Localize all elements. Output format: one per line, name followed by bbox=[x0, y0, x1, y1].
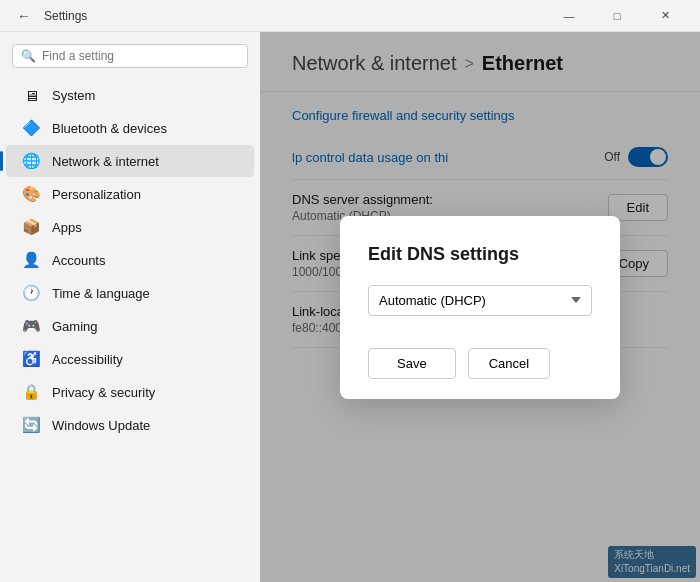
sidebar-label-privacy: Privacy & security bbox=[52, 385, 155, 400]
sidebar-item-windows-update[interactable]: 🔄 Windows Update bbox=[6, 409, 254, 441]
titlebar-left: ← Settings bbox=[12, 4, 87, 28]
modal-actions: Save Cancel bbox=[368, 348, 592, 379]
sidebar-label-bluetooth: Bluetooth & devices bbox=[52, 121, 167, 136]
titlebar-title: Settings bbox=[44, 9, 87, 23]
sidebar-label-system: System bbox=[52, 88, 95, 103]
sidebar-item-network[interactable]: 🌐 Network & internet bbox=[6, 145, 254, 177]
time-icon: 🕐 bbox=[22, 284, 40, 302]
privacy-icon: 🔒 bbox=[22, 383, 40, 401]
sidebar-label-windows-update: Windows Update bbox=[52, 418, 150, 433]
dns-mode-select[interactable]: Automatic (DHCP) Manual bbox=[368, 285, 592, 316]
gaming-icon: 🎮 bbox=[22, 317, 40, 335]
sidebar-label-accounts: Accounts bbox=[52, 253, 105, 268]
sidebar-item-time[interactable]: 🕐 Time & language bbox=[6, 277, 254, 309]
sidebar-label-time: Time & language bbox=[52, 286, 150, 301]
titlebar-controls: — □ ✕ bbox=[546, 1, 688, 31]
app-container: 🔍 🖥 System 🔷 Bluetooth & devices 🌐 Netwo… bbox=[0, 32, 700, 582]
maximize-button[interactable]: □ bbox=[594, 1, 640, 31]
save-button[interactable]: Save bbox=[368, 348, 456, 379]
sidebar-label-personalization: Personalization bbox=[52, 187, 141, 202]
edit-dns-modal: Edit DNS settings Automatic (DHCP) Manua… bbox=[340, 216, 620, 399]
sidebar-item-accessibility[interactable]: ♿ Accessibility bbox=[6, 343, 254, 375]
sidebar-label-network: Network & internet bbox=[52, 154, 159, 169]
main-content: Network & internet > Ethernet Configure … bbox=[260, 32, 700, 582]
sidebar-item-personalization[interactable]: 🎨 Personalization bbox=[6, 178, 254, 210]
search-input[interactable] bbox=[42, 49, 239, 63]
personalization-icon: 🎨 bbox=[22, 185, 40, 203]
modal-overlay: Edit DNS settings Automatic (DHCP) Manua… bbox=[260, 32, 700, 582]
sidebar: 🔍 🖥 System 🔷 Bluetooth & devices 🌐 Netwo… bbox=[0, 32, 260, 582]
titlebar: ← Settings — □ ✕ bbox=[0, 0, 700, 32]
windows-update-icon: 🔄 bbox=[22, 416, 40, 434]
apps-icon: 📦 bbox=[22, 218, 40, 236]
sidebar-item-system[interactable]: 🖥 System bbox=[6, 80, 254, 111]
system-icon: 🖥 bbox=[22, 87, 40, 104]
sidebar-item-apps[interactable]: 📦 Apps bbox=[6, 211, 254, 243]
sidebar-item-bluetooth[interactable]: 🔷 Bluetooth & devices bbox=[6, 112, 254, 144]
sidebar-label-apps: Apps bbox=[52, 220, 82, 235]
bluetooth-icon: 🔷 bbox=[22, 119, 40, 137]
sidebar-item-accounts[interactable]: 👤 Accounts bbox=[6, 244, 254, 276]
minimize-button[interactable]: — bbox=[546, 1, 592, 31]
close-button[interactable]: ✕ bbox=[642, 1, 688, 31]
network-icon: 🌐 bbox=[22, 152, 40, 170]
accessibility-icon: ♿ bbox=[22, 350, 40, 368]
sidebar-item-gaming[interactable]: 🎮 Gaming bbox=[6, 310, 254, 342]
sidebar-item-privacy[interactable]: 🔒 Privacy & security bbox=[6, 376, 254, 408]
back-button[interactable]: ← bbox=[12, 4, 36, 28]
modal-title: Edit DNS settings bbox=[368, 244, 592, 265]
sidebar-label-gaming: Gaming bbox=[52, 319, 98, 334]
cancel-button[interactable]: Cancel bbox=[468, 348, 550, 379]
sidebar-label-accessibility: Accessibility bbox=[52, 352, 123, 367]
search-icon: 🔍 bbox=[21, 49, 36, 63]
search-box[interactable]: 🔍 bbox=[12, 44, 248, 68]
accounts-icon: 👤 bbox=[22, 251, 40, 269]
